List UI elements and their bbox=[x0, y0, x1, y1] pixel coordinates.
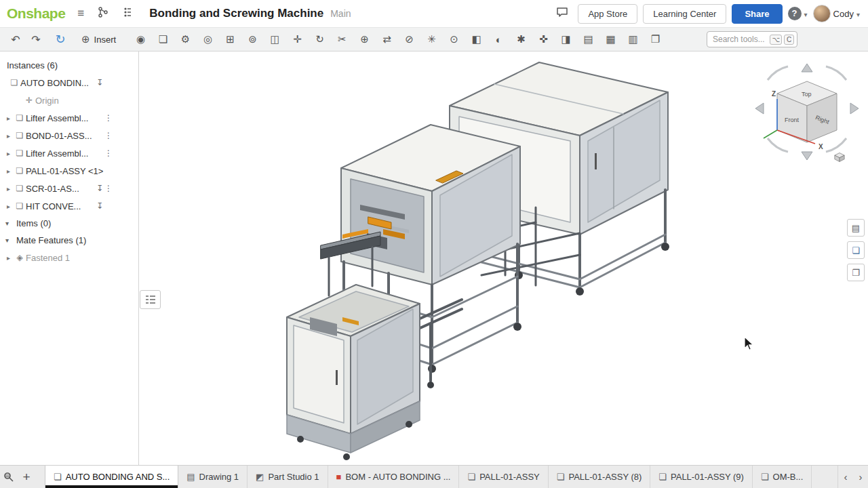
instance-label: BOND-01-ASS... bbox=[26, 131, 92, 141]
origin-icon: ✛ bbox=[23, 96, 35, 105]
expand-chevron-icon[interactable] bbox=[3, 132, 14, 140]
document-tab[interactable]: ❏ PALL-01-ASSY (8) bbox=[549, 466, 651, 488]
assembly-toolbar: ↶ ↷ ↻ ⊕ Insert ◉❏⚙◎⊞⊚◫✛↻✂⊕⇄⊘✳⊙◧◐✱✜◨▤▦▥❐ … bbox=[0, 27, 868, 52]
user-menu[interactable]: Cody bbox=[813, 5, 860, 22]
circular-pattern-icon[interactable]: ⊚ bbox=[241, 30, 264, 49]
document-tab[interactable]: ❏ OM-B... bbox=[753, 466, 812, 488]
instances-panel: Instances (6) ❏ AUTO BONDIN... ✛ Origin bbox=[0, 52, 139, 465]
isometric-view-icon[interactable] bbox=[829, 148, 850, 166]
search-tabs-icon[interactable] bbox=[0, 466, 18, 488]
hamburger-menu-icon[interactable]: ≡ bbox=[73, 5, 88, 22]
group-icon[interactable]: ❏ bbox=[152, 30, 174, 49]
tab-label: BOM - AUTO BONDING ... bbox=[345, 472, 450, 482]
history-icon[interactable] bbox=[118, 5, 137, 22]
rotate-part-icon[interactable]: ↻ bbox=[309, 30, 331, 49]
bom-panel-icon[interactable]: ▤ bbox=[847, 219, 865, 237]
sidebar-collapse-handle[interactable] bbox=[140, 290, 161, 309]
snapshot-icon[interactable]: ⊙ bbox=[443, 30, 465, 49]
instance-label: Lifter Assembl... bbox=[26, 148, 88, 159]
overflow-dots-icon bbox=[104, 131, 113, 140]
mate-features-header[interactable]: Mate Features (1) bbox=[0, 232, 138, 249]
document-tab[interactable]: ❏ PALL-01-ASSY bbox=[459, 466, 548, 488]
overflow-dots-icon bbox=[104, 184, 113, 193]
instance-row[interactable]: ❏ Lifter Assembl... bbox=[0, 109, 138, 127]
parts-list-panel-icon[interactable]: ❏ bbox=[847, 241, 865, 259]
instance-row[interactable]: ❏ HIT CONVE... bbox=[0, 197, 138, 215]
app-store-button[interactable]: App Store bbox=[578, 4, 637, 24]
rotate-up-arrow-icon[interactable] bbox=[802, 64, 812, 72]
explode-icon[interactable]: ✳ bbox=[420, 30, 443, 49]
view-cube[interactable]: Top Front Right Z X bbox=[753, 60, 861, 161]
share-button[interactable]: Share bbox=[732, 4, 782, 24]
scroll-tabs-right-icon[interactable]: › bbox=[853, 466, 868, 488]
rotate-down-arrow-icon[interactable] bbox=[802, 152, 812, 160]
move-part-icon[interactable]: ✛ bbox=[286, 30, 309, 49]
instance-row[interactable]: ❏ Lifter Assembl... bbox=[0, 144, 138, 162]
expand-chevron-icon[interactable] bbox=[3, 115, 14, 122]
insert-feature-icon[interactable]: ⊕ bbox=[353, 30, 376, 49]
mirror-icon[interactable]: ◫ bbox=[264, 30, 286, 49]
mate-icon[interactable]: ◉ bbox=[130, 30, 152, 49]
assembly-tab-icon: ❏ bbox=[658, 472, 667, 482]
workspace-name[interactable]: Main bbox=[330, 8, 351, 19]
tab-label: PALL-01-ASSY (8) bbox=[568, 472, 642, 482]
linear-pattern-icon[interactable]: ⊞ bbox=[219, 30, 241, 49]
mate-connector-icon[interactable]: ◎ bbox=[197, 30, 219, 49]
assembly-instance-icon: ❏ bbox=[14, 113, 26, 123]
expand-chevron-icon[interactable] bbox=[3, 185, 14, 192]
replace-instance-icon[interactable]: ⇄ bbox=[376, 30, 398, 49]
document-tab[interactable]: ■ BOM - AUTO BONDING ... bbox=[328, 466, 460, 488]
section-view-icon[interactable]: ◧ bbox=[465, 30, 488, 49]
expand-chevron-icon[interactable] bbox=[3, 203, 14, 210]
instances-header[interactable]: Instances (6) bbox=[0, 57, 138, 74]
document-tab[interactable]: ❏ PALL-01-ASSY (9) bbox=[650, 466, 753, 488]
redo-icon[interactable]: ↷ bbox=[26, 30, 46, 49]
help-menu[interactable]: ? bbox=[788, 7, 808, 20]
onshape-logo[interactable]: Onshape bbox=[7, 5, 65, 22]
hole-table-icon[interactable]: ▥ bbox=[622, 30, 644, 49]
graphics-area[interactable]: Top Front Right Z X ▤❏❐ bbox=[139, 52, 868, 465]
instance-row[interactable]: ✛ Origin bbox=[0, 92, 138, 109]
expand-chevron-icon[interactable] bbox=[3, 167, 14, 175]
export-panel-icon[interactable]: ❐ bbox=[847, 264, 865, 281]
instance-row[interactable]: ❏ AUTO BONDIN... bbox=[0, 74, 138, 92]
derived-icon[interactable]: ⊘ bbox=[398, 30, 420, 49]
rotate-right-arrow-icon[interactable] bbox=[850, 103, 859, 114]
collapse-chevron-icon bbox=[5, 237, 14, 244]
instance-row[interactable]: ❏ BOND-01-ASS... bbox=[0, 127, 138, 144]
named-positions-icon[interactable]: ✜ bbox=[532, 30, 555, 49]
undo-icon[interactable]: ↶ bbox=[5, 30, 26, 49]
appearance-icon[interactable]: ◐ bbox=[488, 30, 510, 49]
chevron-down-icon bbox=[856, 9, 860, 19]
expand-chevron-icon[interactable] bbox=[3, 254, 14, 262]
mate-feature-row[interactable]: ◈ Fastened 1 bbox=[0, 249, 138, 266]
instance-row[interactable]: ❏ SCR-01-AS... bbox=[0, 180, 138, 197]
tab-list: ❏ AUTO BONDING AND S... ▤ Drawing 1 ◩ Pa… bbox=[45, 466, 868, 488]
document-tab[interactable]: ◩ Part Studio 1 bbox=[248, 466, 328, 488]
learning-center-button[interactable]: Learning Center bbox=[643, 4, 726, 24]
document-tab[interactable]: ▤ Drawing 1 bbox=[178, 466, 248, 488]
update-sync-icon[interactable]: ↻ bbox=[50, 30, 71, 49]
bom-table-icon[interactable]: ▦ bbox=[599, 30, 622, 49]
versions-icon bbox=[98, 7, 108, 18]
insert-icon: ⊕ bbox=[81, 33, 90, 45]
insert-button[interactable]: ⊕ Insert bbox=[75, 30, 123, 48]
document-tab[interactable]: ❏ AUTO BONDING AND S... bbox=[45, 466, 178, 488]
rotate-left-arrow-icon[interactable] bbox=[755, 103, 764, 114]
export-tables-icon[interactable]: ❐ bbox=[644, 30, 667, 49]
versions-icon[interactable] bbox=[94, 5, 113, 22]
configurations-icon[interactable]: ✱ bbox=[510, 30, 532, 49]
sheet-format-icon[interactable]: ▤ bbox=[577, 30, 599, 49]
sync-pending-icon bbox=[96, 184, 103, 193]
comment-icon[interactable] bbox=[552, 5, 572, 22]
mate-relation-icon[interactable]: ⚙ bbox=[174, 30, 197, 49]
new-tab-icon[interactable]: + bbox=[18, 466, 35, 488]
measure-icon[interactable]: ✂ bbox=[331, 30, 353, 49]
search-tools-input[interactable] bbox=[707, 31, 797, 47]
items-header[interactable]: Items (0) bbox=[0, 215, 138, 232]
view-cube-top-label: Top bbox=[802, 91, 812, 98]
scroll-tabs-left-icon[interactable]: ‹ bbox=[838, 466, 853, 488]
display-states-icon[interactable]: ◨ bbox=[555, 30, 577, 49]
instance-row[interactable]: ❏ PALL-01-ASSY <1> bbox=[0, 162, 138, 180]
expand-chevron-icon[interactable] bbox=[3, 150, 14, 157]
